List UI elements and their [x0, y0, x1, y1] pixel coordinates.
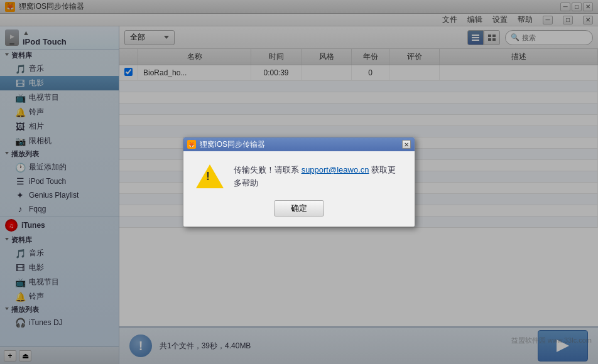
dialog-ok-button[interactable]: 确定	[274, 200, 324, 217]
dialog-title: 狸窝iOS同步传输器	[200, 139, 265, 150]
dialog-message: 传输失败！请联系 support@leawo.cn 获取更多帮助	[234, 164, 402, 190]
dialog-close-button[interactable]: ✕	[402, 140, 411, 149]
warning-icon-container: !	[196, 164, 224, 190]
error-dialog: 🦊 狸窝iOS同步传输器 ✕ !	[183, 137, 415, 227]
dialog-body: ! 传输失败！请联系 support@leawo.cn 获取更多帮助 确定	[183, 151, 415, 227]
dialog-app-icon: 🦊	[187, 140, 196, 149]
support-link[interactable]: support@leawo.cn	[302, 165, 369, 174]
dialog-title-bar: 🦊 狸窝iOS同步传输器 ✕	[183, 137, 415, 151]
dialog-overlay: 🦊 狸窝iOS同步传输器 ✕ !	[0, 0, 598, 364]
ok-label: 确定	[291, 203, 307, 214]
dialog-content: ! 传输失败！请联系 support@leawo.cn 获取更多帮助	[196, 164, 402, 190]
